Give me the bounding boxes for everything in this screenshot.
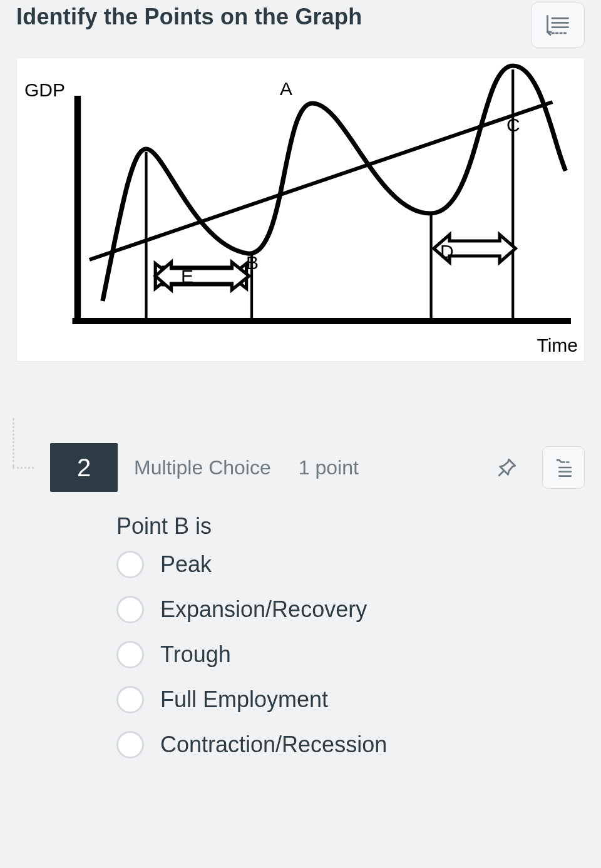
expand-chart-button[interactable] (531, 3, 585, 48)
business-cycle-graph: GDP Time A B C D E (16, 58, 585, 362)
svg-line-12 (499, 471, 503, 476)
option-label: Peak (160, 551, 212, 578)
x-axis-label: Time (537, 335, 578, 356)
y-axis-label: GDP (24, 79, 65, 101)
options-list: Peak Expansion/Recovery Trough Full Empl… (116, 551, 585, 758)
option-4[interactable]: Full Employment (116, 686, 585, 713)
page-title: Identify the Points on the Graph (16, 4, 362, 30)
point-label-B: B (246, 252, 259, 273)
pin-button[interactable] (495, 455, 520, 480)
question-stem: Point B is (116, 513, 585, 539)
option-5[interactable]: Contraction/Recession (116, 731, 585, 758)
question-number-chip: 2 (50, 443, 118, 492)
question-menu-button[interactable] (542, 446, 585, 489)
option-label: Full Employment (160, 687, 328, 713)
radio-icon (116, 551, 144, 578)
radio-icon (116, 731, 144, 758)
radio-icon (116, 686, 144, 713)
question-type: Multiple Choice (134, 456, 271, 479)
option-label: Trough (160, 641, 231, 668)
option-1[interactable]: Peak (116, 551, 585, 578)
option-3[interactable]: Trough (116, 641, 585, 668)
list-arrow-icon (553, 457, 574, 478)
question-points: 1 point (299, 456, 359, 479)
point-label-C: C (506, 115, 520, 136)
option-label: Contraction/Recession (160, 732, 387, 758)
question-header: 2 Multiple Choice 1 point (16, 443, 585, 492)
graph-svg (17, 58, 584, 361)
option-label: Expansion/Recovery (160, 596, 367, 623)
chart-expand-icon (544, 13, 572, 37)
radio-icon (116, 596, 144, 623)
option-2[interactable]: Expansion/Recovery (116, 596, 585, 623)
point-label-A: A (280, 78, 292, 100)
point-label-E: E (181, 266, 193, 287)
pin-icon (496, 457, 518, 478)
point-label-D: D (440, 241, 454, 262)
radio-icon (116, 641, 144, 668)
